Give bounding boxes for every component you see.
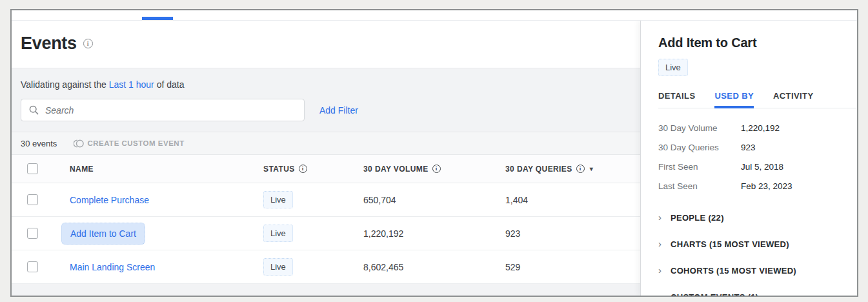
- validation-prefix: Validating against the: [21, 79, 106, 90]
- chevron-right-icon: ›: [658, 212, 661, 222]
- active-top-tab-indicator: [142, 17, 173, 20]
- search-icon: [29, 105, 39, 115]
- panel-status-badge: Live: [658, 59, 688, 76]
- create-custom-event-label: CREATE CUSTOM EVENT: [87, 139, 184, 147]
- section-label: CUSTOM EVENTS (1): [671, 292, 758, 296]
- events-table: 30 events CREATE CUSTOM EVENT NAM: [12, 132, 640, 284]
- top-nav-strip: [12, 10, 857, 21]
- section-charts[interactable]: › CHARTS (15 MOST VIEWED): [658, 231, 842, 257]
- validation-range-text: Validating against the Last 1 hour of da…: [21, 79, 631, 90]
- stat-label: First Seen: [658, 162, 741, 172]
- stat-label: 30 Day Volume: [658, 123, 741, 133]
- app-window: Events i Validating against the Last 1 h…: [10, 9, 858, 297]
- tab-activity[interactable]: ACTIVITY: [773, 87, 813, 108]
- row-checkbox[interactable]: [27, 261, 38, 272]
- section-custom-events[interactable]: › CUSTOM EVENTS (1): [658, 284, 842, 296]
- column-header-volume[interactable]: 30 DAY VOLUME i: [363, 165, 505, 174]
- stat-30-day-queries: 30 Day Queries 923: [658, 143, 842, 152]
- chevron-right-icon: ›: [658, 239, 661, 248]
- event-name-link-selected[interactable]: Add Item to Cart: [61, 223, 145, 245]
- event-name-link[interactable]: Main Landing Screen: [70, 262, 155, 272]
- panel-tabs: DETAILS USED BY ACTIVITY: [658, 87, 857, 108]
- page-title: Events: [21, 34, 77, 54]
- stat-30-day-volume: 30 Day Volume 1,220,192: [658, 123, 842, 133]
- stat-last-seen: Last Seen Feb 23, 2023: [658, 181, 842, 191]
- event-detail-panel: Add Item to Cart Live DETAILS USED BY AC…: [640, 21, 857, 296]
- column-header-queries[interactable]: 30 DAY QUERIES i ▾: [505, 165, 640, 174]
- status-badge: Live: [263, 225, 293, 242]
- row-checkbox[interactable]: [27, 194, 38, 205]
- create-custom-event-button[interactable]: CREATE CUSTOM EVENT: [74, 139, 184, 148]
- chevron-right-icon: ›: [658, 265, 661, 275]
- table-row[interactable]: Main Landing Screen Live 8,602,465 529: [12, 250, 640, 284]
- column-header-status[interactable]: STATUS i: [263, 165, 363, 174]
- sort-desc-icon[interactable]: ▾: [590, 165, 593, 172]
- volume-cell: 8,602,465: [363, 262, 505, 272]
- search-box[interactable]: [21, 99, 305, 121]
- queries-info-icon[interactable]: i: [576, 165, 585, 173]
- status-badge: Live: [263, 191, 293, 208]
- table-toolbar: 30 events CREATE CUSTOM EVENT: [12, 132, 640, 155]
- status-badge: Live: [263, 258, 293, 276]
- custom-event-icon: [74, 139, 84, 148]
- stat-value: Jul 5, 2018: [741, 162, 783, 172]
- select-all-checkbox[interactable]: [27, 163, 38, 174]
- column-header-name[interactable]: NAME: [70, 165, 263, 174]
- section-people[interactable]: › PEOPLE (22): [658, 205, 842, 231]
- add-filter-link[interactable]: Add Filter: [319, 105, 358, 116]
- tab-details[interactable]: DETAILS: [658, 87, 695, 108]
- row-checkbox[interactable]: [27, 228, 38, 239]
- events-count: 30 events: [21, 139, 57, 148]
- table-row-selected[interactable]: Add Item to Cart Live 1,220,192 923: [12, 217, 640, 250]
- status-info-icon[interactable]: i: [299, 165, 307, 173]
- volume-cell: 1,220,192: [363, 228, 505, 239]
- stat-first-seen: First Seen Jul 5, 2018: [658, 162, 842, 172]
- related-sections: › PEOPLE (22) › CHARTS (15 MOST VIEWED) …: [658, 205, 842, 296]
- section-label: COHORTS (15 MOST VIEWED): [671, 266, 796, 276]
- section-cohorts[interactable]: › COHORTS (15 MOST VIEWED): [658, 257, 842, 284]
- queries-cell: 1,404: [505, 195, 640, 205]
- usage-stats: 30 Day Volume 1,220,192 30 Day Queries 9…: [658, 123, 842, 191]
- validation-range-link[interactable]: Last 1 hour: [109, 79, 154, 90]
- stat-value: 923: [741, 143, 756, 152]
- queries-cell: 529: [505, 262, 640, 272]
- event-name-link[interactable]: Complete Purchase: [70, 195, 149, 205]
- volume-cell: 650,704: [363, 195, 505, 205]
- stat-label: 30 Day Queries: [658, 143, 741, 152]
- validation-suffix: of data: [157, 79, 185, 90]
- section-label: PEOPLE (22): [671, 213, 724, 223]
- stat-label: Last Seen: [658, 181, 741, 191]
- events-main-area: Events i Validating against the Last 1 h…: [12, 21, 640, 296]
- volume-info-icon[interactable]: i: [432, 165, 441, 173]
- panel-title: Add Item to Cart: [658, 35, 842, 50]
- search-input[interactable]: [45, 105, 296, 116]
- main-body: Validating against the Last 1 hour of da…: [12, 68, 640, 296]
- search-row: Add Filter: [21, 99, 631, 121]
- tab-used-by[interactable]: USED BY: [714, 87, 754, 108]
- table-row[interactable]: Complete Purchase Live 650,704 1,404: [12, 183, 640, 217]
- stat-value: 1,220,192: [741, 123, 780, 133]
- chevron-right-icon: ›: [658, 292, 661, 296]
- stat-value: Feb 23, 2023: [741, 181, 792, 191]
- page-header: Events i: [12, 21, 640, 68]
- queries-cell: 923: [505, 228, 640, 239]
- events-info-icon[interactable]: i: [83, 39, 93, 48]
- table-header-row: NAME STATUS i 30 DAY VOLUME i 30 DAY QUE…: [12, 155, 640, 183]
- section-label: CHARTS (15 MOST VIEWED): [671, 239, 789, 249]
